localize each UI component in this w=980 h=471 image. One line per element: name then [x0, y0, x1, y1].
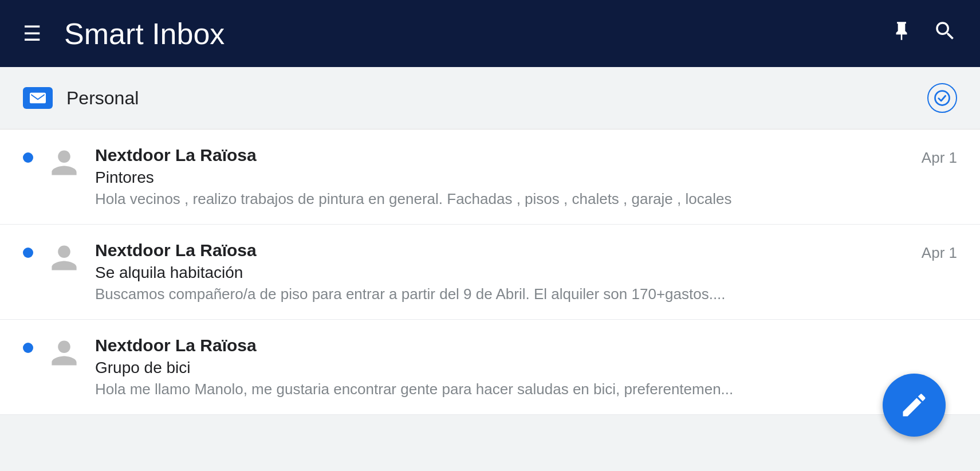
unread-indicator [23, 152, 33, 163]
avatar [47, 336, 81, 370]
personal-email-icon [23, 87, 53, 109]
email-sender: Nextdoor La Raïosa [95, 146, 910, 165]
email-preview: Hola me llamo Manolo, me gustaria encont… [95, 380, 946, 398]
unread-indicator [23, 343, 33, 353]
personal-section-bar[interactable]: Personal [0, 67, 980, 129]
email-subject: Grupo de bici [95, 359, 946, 377]
email-preview: Buscamos compañero/a de piso para entrar… [95, 285, 910, 303]
header-actions [891, 19, 957, 48]
email-content: Nextdoor La Raïosa Pintores Hola vecinos… [95, 146, 910, 208]
avatar [47, 146, 81, 180]
email-date: Apr 1 [922, 149, 957, 167]
email-subject: Se alquila habitación [95, 264, 910, 282]
email-content: Nextdoor La Raïosa Grupo de bici Hola me… [95, 336, 946, 398]
search-icon[interactable] [933, 19, 957, 48]
compose-fab-button[interactable] [883, 374, 946, 437]
pin-icon[interactable] [891, 20, 912, 47]
email-sender: Nextdoor La Raïosa [95, 241, 910, 260]
unread-indicator [23, 248, 33, 258]
menu-icon[interactable]: ☰ [23, 23, 41, 44]
svg-point-0 [935, 91, 950, 105]
email-sender: Nextdoor La Raïosa [95, 336, 946, 355]
app-header: ☰ Smart Inbox [0, 0, 980, 67]
email-list: Nextdoor La Raïosa Pintores Hola vecinos… [0, 129, 980, 415]
email-content: Nextdoor La Raïosa Se alquila habitación… [95, 241, 910, 303]
email-item[interactable]: Nextdoor La Raïosa Se alquila habitación… [0, 225, 980, 320]
email-date: Apr 1 [922, 244, 957, 262]
personal-label: Personal [66, 88, 927, 109]
compose-icon [899, 390, 929, 420]
page-title: Smart Inbox [64, 17, 891, 51]
email-item[interactable]: Nextdoor La Raïosa Pintores Hola vecinos… [0, 129, 980, 225]
avatar [47, 241, 81, 275]
email-item[interactable]: Nextdoor La Raïosa Grupo de bici Hola me… [0, 320, 980, 415]
personal-check-button[interactable] [927, 83, 957, 113]
email-preview: Hola vecinos , realizo trabajos de pintu… [95, 190, 910, 208]
email-subject: Pintores [95, 168, 910, 187]
